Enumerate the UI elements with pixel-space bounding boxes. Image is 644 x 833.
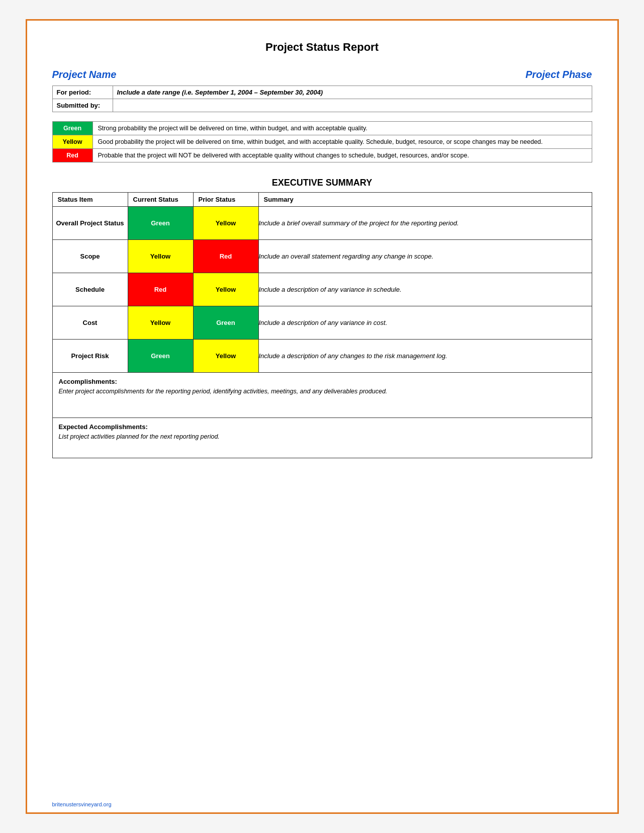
item-schedule: Schedule <box>52 273 128 306</box>
current-status-scope: Yellow <box>128 240 193 273</box>
legend-table: Green Strong probability the project wil… <box>52 121 592 162</box>
project-phase-label: Project Phase <box>525 69 592 80</box>
legend-green-row: Green Strong probability the project wil… <box>52 122 592 135</box>
legend-red-desc: Probable that the project will NOT be de… <box>93 149 592 162</box>
prior-status-risk-color: Yellow <box>194 340 258 372</box>
current-status-risk-color: Green <box>128 340 193 372</box>
col-current-status: Current Status <box>128 193 193 207</box>
item-scope: Scope <box>52 240 128 273</box>
prior-status-scope-color: Red <box>194 240 258 273</box>
legend-yellow-label: Yellow <box>52 135 93 149</box>
accomplishments-section: Accomplishments: Enter project accomplis… <box>52 373 592 418</box>
exec-summary-title: EXECUTIVE SUMMARY <box>52 178 592 188</box>
current-status-schedule: Red <box>128 273 193 306</box>
table-row: Schedule Red Yellow Include a descriptio… <box>52 273 592 306</box>
for-period-row: For period: Include a date range (i.e. S… <box>52 86 592 99</box>
summary-overall: Include a brief overall summary of the p… <box>258 207 592 240</box>
table-row: Overall Project Status Green Yellow Incl… <box>52 207 592 240</box>
col-prior-status: Prior Status <box>193 193 258 207</box>
accomplishments-title: Accomplishments: <box>59 378 586 385</box>
col-summary: Summary <box>258 193 592 207</box>
current-status-cost-color: Yellow <box>128 306 193 339</box>
current-status-scope-color: Yellow <box>128 240 193 273</box>
page-title: Project Status Report <box>52 41 592 54</box>
footer-link: britenustersvineyard.org <box>52 801 112 807</box>
expected-text: List project activities planned for the … <box>59 433 586 440</box>
current-status-schedule-color: Red <box>128 273 193 306</box>
project-name-label: Project Name <box>52 69 117 80</box>
expected-title: Expected Accomplishments: <box>59 423 586 431</box>
summary-risk: Include a description of any changes to … <box>258 340 592 373</box>
item-cost: Cost <box>52 306 128 340</box>
prior-status-schedule: Yellow <box>193 273 258 306</box>
current-status-risk: Green <box>128 340 193 373</box>
expected-section: Expected Accomplishments: List project a… <box>52 418 592 458</box>
current-status-overall: Green <box>128 207 193 240</box>
item-project-risk: Project Risk <box>52 340 128 373</box>
summary-cost: Include a description of any variance in… <box>258 306 592 340</box>
prior-status-cost: Green <box>193 306 258 340</box>
summary-schedule: Include a description of any variance in… <box>258 273 592 306</box>
legend-green-label: Green <box>52 122 93 135</box>
exec-table: Status Item Current Status Prior Status … <box>52 192 592 373</box>
header-row: Project Name Project Phase <box>52 69 592 80</box>
info-table: For period: Include a date range (i.e. S… <box>52 86 592 112</box>
exec-table-header: Status Item Current Status Prior Status … <box>52 193 592 207</box>
col-status-item: Status Item <box>52 193 128 207</box>
prior-status-overall: Yellow <box>193 207 258 240</box>
prior-status-schedule-color: Yellow <box>194 273 258 306</box>
submitted-by-label: Submitted by: <box>52 99 113 112</box>
prior-status-cost-color: Green <box>194 306 258 339</box>
footer: britenustersvineyard.org <box>52 801 112 807</box>
table-row: Scope Yellow Red Include an overall stat… <box>52 240 592 273</box>
prior-status-scope: Red <box>193 240 258 273</box>
accomplishments-text: Enter project accomplishments for the re… <box>59 388 586 395</box>
prior-status-overall-color: Yellow <box>194 207 258 239</box>
for-period-label: For period: <box>52 86 113 99</box>
table-row: Cost Yellow Green Include a description … <box>52 306 592 340</box>
item-overall-project: Overall Project Status <box>52 207 128 240</box>
table-row: Project Risk Green Yellow Include a desc… <box>52 340 592 373</box>
legend-red-label: Red <box>52 149 93 162</box>
current-status-overall-color: Green <box>128 207 193 239</box>
current-status-cost: Yellow <box>128 306 193 340</box>
submitted-by-row: Submitted by: <box>52 99 592 112</box>
submitted-by-value <box>113 99 592 112</box>
legend-yellow-desc: Good probability the project will be del… <box>93 135 592 149</box>
legend-red-row: Red Probable that the project will NOT b… <box>52 149 592 162</box>
legend-green-desc: Strong probability the project will be d… <box>93 122 592 135</box>
summary-scope: Include an overall statement regarding a… <box>258 240 592 273</box>
page-wrapper: Project Status Report Project Name Proje… <box>26 19 619 814</box>
for-period-value: Include a date range (i.e. September 1, … <box>113 86 592 99</box>
prior-status-risk: Yellow <box>193 340 258 373</box>
legend-yellow-row: Yellow Good probability the project will… <box>52 135 592 149</box>
